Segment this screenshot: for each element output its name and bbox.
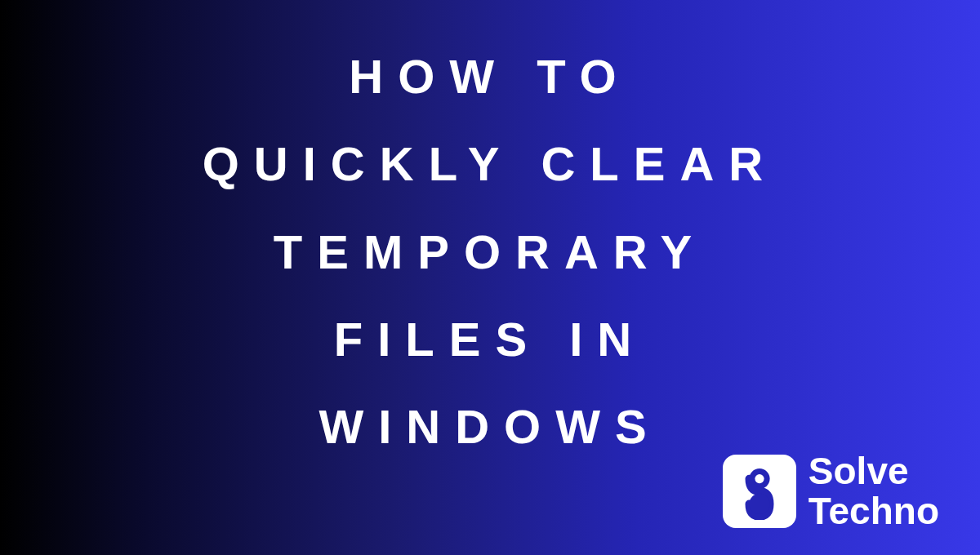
brand-line-1: Solve (808, 451, 939, 491)
s-mark-icon (731, 463, 788, 520)
svg-point-2 (755, 474, 764, 483)
logo-icon (723, 455, 796, 528)
main-title: HOW TO QUICKLY CLEAR TEMPORARY FILES IN … (203, 33, 778, 470)
title-line-5: WINDOWS (203, 383, 778, 470)
title-line-1: HOW TO (203, 33, 778, 120)
title-line-4: FILES IN (203, 295, 778, 383)
svg-point-1 (749, 494, 769, 514)
title-line-2: QUICKLY CLEAR (203, 120, 778, 207)
brand-line-2: Techno (808, 491, 939, 531)
brand-logo: Solve Techno (723, 451, 939, 531)
title-line-3: TEMPORARY (203, 208, 778, 295)
brand-text: Solve Techno (808, 451, 939, 531)
